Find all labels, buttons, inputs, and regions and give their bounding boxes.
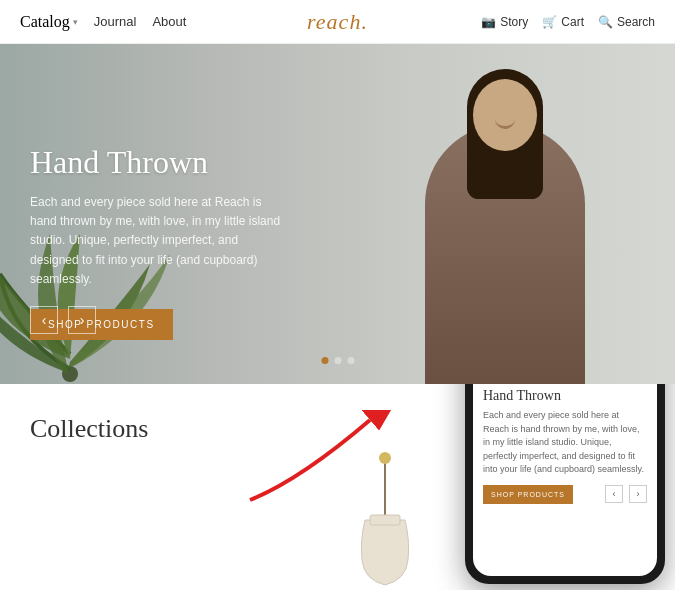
phone-hero-desc: Each and every piece sold here at Reach … — [483, 409, 647, 477]
nav-catalog[interactable]: Catalog ▾ — [20, 13, 78, 31]
phone-footer: SHOP PRODUCTS ‹ › — [483, 485, 647, 504]
red-arrow — [240, 410, 400, 510]
site-logo[interactable]: reach. — [307, 9, 368, 35]
hero-prev-arrow[interactable]: ‹ — [30, 306, 58, 334]
hero-section: Hand Thrown Each and every piece sold he… — [0, 44, 675, 384]
hero-person — [395, 44, 615, 384]
bottom-section: Collections reach. — [0, 384, 675, 590]
dot-3[interactable] — [347, 357, 354, 364]
nav-about[interactable]: About — [152, 14, 186, 29]
phone-screen: reach. Hand Thrown Each and every piece … — [473, 384, 657, 576]
nav-story[interactable]: 📷 Story — [481, 15, 528, 29]
phone-content: Hand Thrown Each and every piece sold he… — [473, 384, 657, 576]
phone-shop-button[interactable]: SHOP PRODUCTS — [483, 485, 573, 504]
nav-search[interactable]: 🔍 Search — [598, 15, 655, 29]
hero-dots — [321, 357, 354, 364]
dot-2[interactable] — [334, 357, 341, 364]
hero-title: Hand Thrown — [30, 144, 290, 181]
hero-next-arrow[interactable]: › — [68, 306, 96, 334]
phone-arrows: ‹ › — [605, 485, 647, 503]
nav-right: 📷 Story 🛒 Cart 🔍 Search — [481, 15, 655, 29]
phone-hero-title: Hand Thrown — [483, 388, 647, 404]
nav-journal[interactable]: Journal — [94, 14, 137, 29]
story-icon: 📷 — [481, 15, 496, 29]
catalog-dropdown-icon: ▾ — [73, 17, 78, 27]
dot-1[interactable] — [321, 357, 328, 364]
catalog-label[interactable]: Catalog — [20, 13, 70, 31]
search-icon: 🔍 — [598, 15, 613, 29]
nav-cart[interactable]: 🛒 Cart — [542, 15, 584, 29]
main-nav: Catalog ▾ Journal About reach. 📷 Story 🛒… — [0, 0, 675, 44]
svg-rect-3 — [370, 515, 400, 525]
phone-next-arrow[interactable]: › — [629, 485, 647, 503]
cart-icon: 🛒 — [542, 15, 557, 29]
hero-description: Each and every piece sold here at Reach … — [30, 193, 290, 289]
nav-left: Catalog ▾ Journal About — [20, 13, 186, 31]
phone-mockup: reach. Hand Thrown Each and every piece … — [465, 384, 665, 584]
phone-prev-arrow[interactable]: ‹ — [605, 485, 623, 503]
hero-nav-arrows: ‹ › — [30, 306, 96, 334]
